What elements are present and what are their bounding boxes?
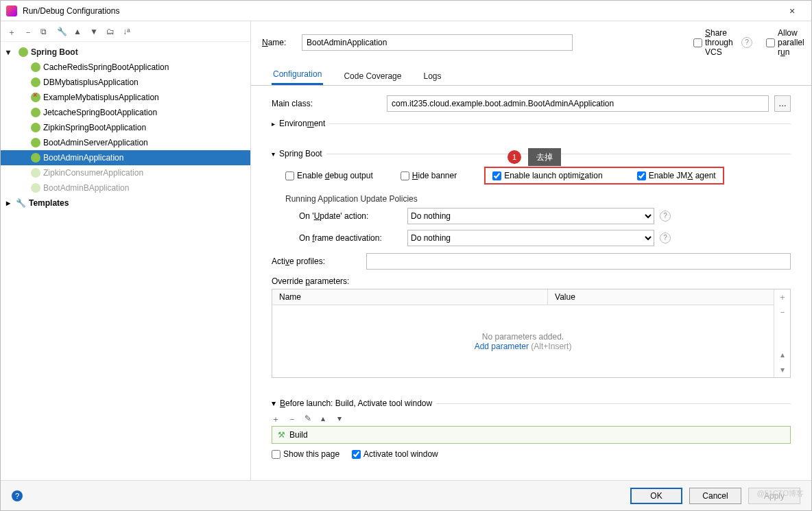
- add-parameter-link[interactable]: Add parameter (Alt+Insert): [475, 342, 572, 351]
- apply-button[interactable]: Apply: [748, 488, 800, 504]
- titlebar: Run/Debug Configurations ×: [1, 1, 811, 21]
- param-add-icon[interactable]: ＋: [774, 289, 790, 305]
- tab-coverage[interactable]: Code Coverage: [342, 67, 403, 85]
- param-down-icon[interactable]: ▾: [774, 362, 790, 377]
- spring-icon: [31, 138, 40, 147]
- active-profiles-label: Active profiles:: [272, 257, 361, 266]
- help-button[interactable]: ?: [12, 490, 23, 501]
- wrench-icon: 🔧: [16, 198, 26, 208]
- no-params-text: No parameters added.: [482, 332, 564, 342]
- tree-item[interactable]: CacheRedisSpringBootApplication: [1, 60, 250, 75]
- cancel-button[interactable]: Cancel: [689, 488, 741, 504]
- down-icon[interactable]: ▾: [337, 414, 347, 423]
- tree-item[interactable]: ExampleMybatisplusApplication: [1, 90, 250, 105]
- spring-icon: [31, 168, 40, 178]
- folder-icon[interactable]: 🗂: [106, 27, 116, 36]
- add-icon[interactable]: ＋: [8, 27, 17, 36]
- up-icon[interactable]: ▲: [73, 27, 83, 36]
- spring-icon: [31, 153, 40, 163]
- chevron-right-icon[interactable]: ▸: [6, 198, 16, 208]
- annotation-callout: 1 去掉: [508, 148, 561, 166]
- sort-icon[interactable]: ↓ª: [123, 27, 132, 36]
- tree-item[interactable]: ZipkinConsumerApplication: [1, 165, 250, 180]
- wrench-icon[interactable]: 🔧: [57, 27, 67, 36]
- remove-icon[interactable]: －: [24, 27, 34, 36]
- policies-title: Running Application Update Policies: [272, 191, 791, 208]
- tab-logs[interactable]: Logs: [422, 67, 442, 85]
- chevron-down-icon[interactable]: ▾: [272, 399, 276, 408]
- share-vcs-checkbox[interactable]: Share through VCS: [693, 28, 728, 57]
- help-icon[interactable]: ?: [741, 37, 752, 48]
- col-name: Name: [272, 289, 548, 305]
- add-icon[interactable]: ＋: [272, 414, 281, 423]
- tree-item[interactable]: ZipkinSpringBootApplication: [1, 120, 250, 135]
- spring-boot-icon: [19, 47, 28, 57]
- chevron-down-icon[interactable]: ▾: [6, 47, 16, 57]
- name-input[interactable]: [302, 34, 573, 51]
- help-icon[interactable]: ?: [660, 233, 671, 243]
- dialog-footer: ? OK Cancel Apply: [1, 480, 811, 510]
- tree-item[interactable]: BootAdminServerApplication: [1, 135, 250, 150]
- chevron-down-icon[interactable]: ▾: [272, 150, 275, 158]
- name-label: Name:: [262, 38, 296, 47]
- main-class-label: Main class:: [272, 99, 381, 108]
- config-toolbar: ＋ － ⧉ 🔧 ▲ ▼ 🗂 ↓ª: [1, 21, 250, 42]
- annotation-number: 1: [508, 150, 521, 164]
- before-launch-header[interactable]: ▾ Before launch: Build, Activate tool wi…: [272, 399, 791, 408]
- hammer-icon: ⚒: [278, 430, 285, 440]
- chevron-right-icon[interactable]: ▸: [272, 120, 275, 128]
- before-launch-toolbar: ＋ － ✎ ▴ ▾: [272, 412, 791, 426]
- spring-icon: [31, 108, 40, 117]
- col-value: Value: [548, 289, 774, 305]
- copy-icon[interactable]: ⧉: [40, 27, 50, 36]
- close-icon[interactable]: ×: [778, 5, 806, 16]
- spring-icon: [31, 78, 40, 87]
- param-up-icon[interactable]: ▴: [774, 347, 790, 362]
- spring-icon: [31, 62, 40, 72]
- tree-root-spring-boot[interactable]: ▾ Spring Boot: [1, 45, 250, 60]
- form-area: Main class: … ▸ Environment ▾ Spring Boo…: [251, 86, 811, 480]
- tree-item[interactable]: JetcacheSpringBootApplication: [1, 105, 250, 120]
- annotation-label: 去掉: [528, 148, 561, 166]
- before-launch-item[interactable]: ⚒ Build: [272, 426, 791, 444]
- tree-templates[interactable]: ▸ 🔧 Templates: [1, 195, 250, 211]
- hide-banner-checkbox[interactable]: Hide banner: [401, 171, 457, 180]
- ok-button[interactable]: OK: [630, 488, 682, 504]
- on-update-select[interactable]: Do nothing: [407, 208, 654, 224]
- spring-icon-error: [31, 93, 40, 102]
- right-panel: Name: Share through VCS ? Allow parallel…: [251, 21, 811, 480]
- show-this-page-checkbox[interactable]: Show this page: [272, 449, 339, 459]
- tab-configuration[interactable]: Configuration: [272, 65, 323, 85]
- section-environment[interactable]: ▸ Environment: [272, 119, 791, 128]
- tree-item[interactable]: DBMybatisplusApplication: [1, 75, 250, 90]
- on-frame-label: On frame deactivation:: [299, 233, 402, 243]
- on-update-label: On 'Update' action:: [299, 211, 402, 221]
- params-table: Name Value No parameters added. Add para…: [272, 289, 791, 378]
- app-icon: [6, 5, 17, 16]
- enable-debug-checkbox[interactable]: Enable debug output: [285, 171, 373, 180]
- enable-launch-opt-checkbox[interactable]: Enable launch optimization: [492, 171, 602, 180]
- help-icon[interactable]: ?: [660, 211, 671, 222]
- allow-parallel-checkbox[interactable]: Allow parallel run: [766, 28, 800, 57]
- tree-item[interactable]: BootAdminBApplication: [1, 180, 250, 195]
- main-class-input[interactable]: [387, 95, 769, 112]
- up-icon[interactable]: ▴: [321, 414, 331, 423]
- down-icon[interactable]: ▼: [90, 27, 99, 36]
- activate-tool-checkbox[interactable]: Activate tool window: [352, 449, 438, 459]
- highlighted-options: Enable launch optimization Enable JMX ag…: [484, 167, 724, 185]
- edit-icon[interactable]: ✎: [304, 414, 314, 423]
- left-panel: ＋ － ⧉ 🔧 ▲ ▼ 🗂 ↓ª ▾ Spring Boot CacheRedi…: [1, 21, 251, 480]
- remove-icon[interactable]: －: [288, 414, 298, 423]
- active-profiles-input[interactable]: [366, 253, 791, 270]
- param-remove-icon[interactable]: －: [774, 305, 790, 320]
- tree-item-selected[interactable]: BootAdminApplication: [1, 150, 250, 165]
- tree-root-label: Spring Boot: [31, 47, 78, 57]
- spring-icon: [31, 123, 40, 132]
- override-params-label: Override parameters:: [272, 276, 791, 286]
- spring-icon: [31, 183, 40, 193]
- config-tree[interactable]: ▾ Spring Boot CacheRedisSpringBootApplic…: [1, 42, 250, 480]
- dialog-title: Run/Debug Configurations: [23, 6, 778, 16]
- browse-button[interactable]: …: [774, 95, 791, 112]
- enable-jmx-checkbox[interactable]: Enable JMX agent: [637, 171, 716, 180]
- on-frame-select[interactable]: Do nothing: [407, 230, 654, 246]
